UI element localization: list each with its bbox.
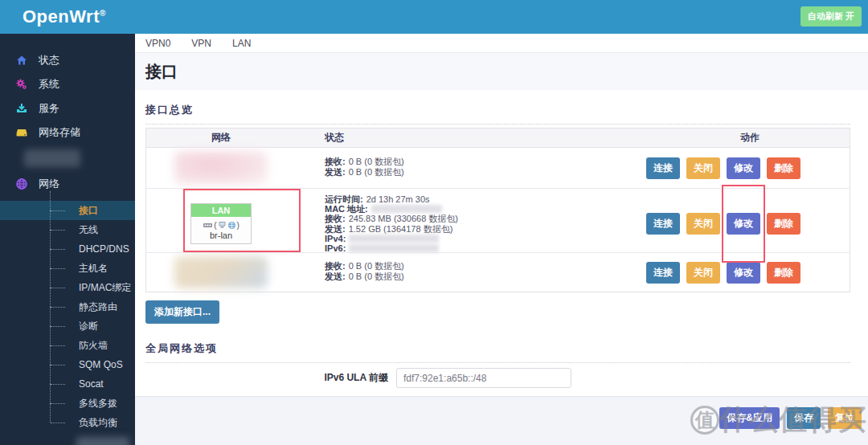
- sidebar-item-label: 系统: [39, 77, 59, 92]
- tx-value: 0 B (0 数据包): [349, 167, 404, 178]
- lan-interface-box: LAN ( ) br-lan: [190, 203, 252, 244]
- sidebar-item-network[interactable]: 网络: [0, 172, 135, 196]
- redacted-mac-address: [371, 205, 442, 213]
- sidebar-subitem-diagnostics[interactable]: 诊断: [0, 316, 135, 336]
- top-header-bar: OpenWrt® 自动刷新 开: [0, 0, 868, 34]
- sidebar-subitem-mwan[interactable]: 多线多拨: [0, 394, 135, 413]
- tx-label: 发送:: [325, 224, 346, 234]
- edit-button[interactable]: 修改: [727, 262, 760, 284]
- lan-device-name: br-lan: [193, 231, 249, 240]
- page-title: 接口: [145, 61, 178, 83]
- openwrt-logo: OpenWrt®: [23, 6, 106, 27]
- save-button[interactable]: 保存: [787, 407, 821, 429]
- main-content: VPN0 VPN LAN 接口 接口总览 网络 状态 动作 接收:0 B (0 …: [135, 34, 868, 445]
- table-row-lan: LAN ( ) br-lan: [146, 189, 850, 253]
- redacted-ipv4-address: [349, 235, 439, 243]
- table-header-row: 网络 状态 动作: [146, 129, 850, 148]
- sidebar-subitem-hostnames[interactable]: 主机名: [0, 259, 135, 278]
- sidebar-item-system[interactable]: 系统: [0, 72, 135, 96]
- globe-icon: [14, 177, 29, 191]
- stop-button[interactable]: 关闭: [686, 262, 720, 284]
- delete-button[interactable]: 删除: [767, 213, 800, 235]
- paren-open: (: [214, 221, 216, 230]
- column-header-network: 网络: [146, 131, 296, 145]
- sidebar-nav: 状态 系统 服务 网络存储 网络 接口 无线 DHCP/DNS 主机名 IP/M…: [0, 34, 135, 445]
- redacted-interface-name: [174, 151, 268, 185]
- disk-icon: [14, 125, 29, 140]
- ipv6-ula-prefix-label: IPv6 ULA 前缀: [145, 371, 396, 385]
- bridge-icon: ( ): [193, 219, 249, 231]
- tab-vpn0[interactable]: VPN0: [145, 38, 170, 49]
- home-icon: [14, 53, 29, 67]
- sidebar-subitem-firewall[interactable]: 防火墙: [0, 336, 135, 355]
- sidebar-subitem-ip-mac-binding[interactable]: IP/MAC绑定: [0, 278, 135, 297]
- redacted-ipv6-address: [349, 244, 439, 252]
- redacted-sidebar-item: [24, 149, 80, 167]
- connect-button[interactable]: 连接: [646, 262, 680, 284]
- tx-value: 0 B (0 数据包): [349, 271, 404, 282]
- column-header-actions: 动作: [650, 131, 850, 145]
- sidebar-subitem-static-routes[interactable]: 静态路由: [0, 297, 135, 316]
- connect-button[interactable]: 连接: [646, 213, 680, 235]
- rx-value: 0 B (0 数据包): [349, 261, 404, 271]
- edit-button[interactable]: 修改: [727, 157, 760, 179]
- sidebar-item-label: 服务: [39, 101, 59, 116]
- sidebar-item-label: 状态: [39, 53, 59, 67]
- download-icon: [14, 101, 29, 116]
- sidebar-item-label: 网络: [39, 177, 59, 191]
- interface-tabstrip: VPN0 VPN LAN: [135, 34, 868, 53]
- redacted-sidebar-subitem: [76, 437, 129, 445]
- stop-button[interactable]: 关闭: [686, 157, 720, 179]
- global-options-section-title: 全局网络选项: [145, 341, 850, 356]
- tx-label: 发送:: [325, 271, 346, 282]
- delete-button[interactable]: 删除: [767, 262, 800, 284]
- reset-button[interactable]: 复位: [828, 407, 862, 429]
- uptime-label: 运行时间:: [325, 194, 363, 204]
- edit-button[interactable]: 修改: [727, 213, 760, 235]
- page-title-band: 接口: [135, 53, 868, 90]
- connect-button[interactable]: 连接: [646, 157, 680, 179]
- rx-label: 接收:: [325, 261, 346, 271]
- sidebar-item-storage[interactable]: 网络存储: [0, 120, 135, 145]
- paren-close: ): [237, 221, 240, 230]
- sidebar-item-status[interactable]: 状态: [0, 48, 135, 72]
- mac-label: MAC 地址:: [325, 204, 368, 214]
- sidebar-subitem-dhcp-dns[interactable]: DHCP/DNS: [0, 239, 135, 259]
- redacted-interface-name: [174, 256, 268, 288]
- rx-label: 接收:: [325, 157, 346, 167]
- watermark-logo: 值: [690, 406, 719, 435]
- table-row: 接收:0 B (0 数据包) 发送:0 B (0 数据包) 连接 关闭 修改 删…: [146, 253, 850, 292]
- registered-mark: ®: [100, 9, 106, 18]
- tx-label: 发送:: [325, 167, 346, 178]
- rx-value: 0 B (0 数据包): [349, 157, 404, 167]
- stop-button[interactable]: 关闭: [686, 213, 720, 235]
- tab-vpn[interactable]: VPN: [191, 38, 211, 49]
- table-row: 接收:0 B (0 数据包) 发送:0 B (0 数据包) 连接 关闭 修改 删…: [146, 148, 850, 189]
- ipv6-ula-prefix-input[interactable]: [396, 368, 571, 388]
- sidebar-item-services[interactable]: 服务: [0, 96, 135, 120]
- ipv4-label: IPv4:: [325, 234, 346, 243]
- tab-lan[interactable]: LAN: [232, 38, 251, 49]
- section-divider: [145, 124, 850, 125]
- save-apply-button[interactable]: 保存&应用: [719, 407, 780, 429]
- ipv6-label: IPv6:: [325, 243, 346, 253]
- auto-refresh-toggle[interactable]: 自动刷新 开: [800, 6, 862, 27]
- delete-button[interactable]: 删除: [767, 157, 800, 179]
- section-divider: [145, 362, 850, 363]
- interface-table: 网络 状态 动作 接收:0 B (0 数据包) 发送:0 B (0 数据包) 连…: [145, 128, 850, 292]
- sidebar-item-label: 网络存储: [39, 125, 80, 140]
- sidebar-subitem-socat[interactable]: Socat: [0, 374, 135, 394]
- gear-icon: [14, 77, 29, 92]
- sidebar-subitem-wireless[interactable]: 无线: [0, 220, 135, 239]
- sidebar-subitem-load-balancing[interactable]: 负载均衡: [0, 413, 135, 432]
- sidebar-subitem-sqm-qos[interactable]: SQM QoS: [0, 355, 135, 374]
- column-header-status: 状态: [296, 131, 650, 145]
- lan-interface-name: LAN: [191, 204, 251, 217]
- rx-label: 接收:: [325, 214, 346, 223]
- rx-value: 245.83 MB (330668 数据包): [349, 214, 458, 223]
- overview-section-title: 接口总览: [145, 103, 850, 117]
- uptime-value: 2d 13h 27m 30s: [366, 194, 430, 204]
- network-submenu: 接口 无线 DHCP/DNS 主机名 IP/MAC绑定 静态路由 诊断 防火墙 …: [0, 201, 135, 445]
- add-interface-button[interactable]: 添加新接口...: [145, 300, 219, 324]
- sidebar-subitem-interfaces[interactable]: 接口: [0, 201, 135, 220]
